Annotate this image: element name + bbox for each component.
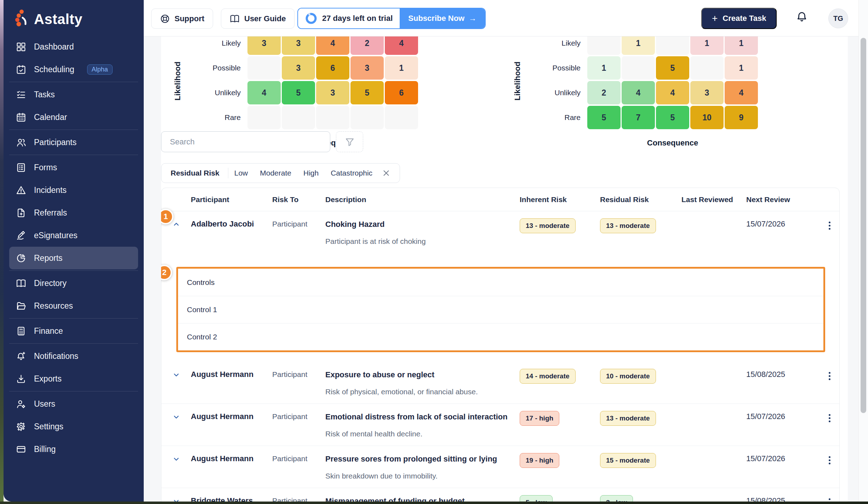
matrix-cell[interactable]: [350, 106, 384, 129]
chevron-down-icon[interactable]: [161, 411, 191, 421]
control-item[interactable]: Control 1: [178, 296, 823, 323]
matrix-cell[interactable]: 1: [385, 56, 418, 80]
exports-icon: [16, 373, 26, 384]
table-row[interactable]: Adalberto JacobiParticipantChoking Hazar…: [161, 211, 839, 253]
matrix-cell[interactable]: 1: [587, 56, 621, 80]
residual-risk-cell: 13 - moderate: [600, 411, 681, 426]
matrix-cell[interactable]: 4: [725, 81, 758, 104]
sidebar-item-incidents[interactable]: Incidents: [9, 179, 138, 201]
filter-option-high[interactable]: High: [297, 169, 325, 177]
sidebar-item-participants[interactable]: Participants: [9, 131, 138, 154]
matrix-cell[interactable]: 4: [316, 36, 349, 55]
table-row[interactable]: August HermannParticipantPressure sores …: [161, 446, 839, 488]
matrix-ylabel: Likelihood: [173, 62, 182, 101]
matrix-cell[interactable]: 5: [656, 56, 689, 80]
matrix-cell[interactable]: [622, 56, 655, 80]
matrix-cell[interactable]: 4: [622, 81, 655, 104]
sidebar-divider: [9, 155, 138, 155]
matrix-cell[interactable]: 3: [316, 81, 349, 104]
matrix-cell[interactable]: 1: [725, 36, 758, 55]
sidebar-item-directory[interactable]: Directory: [9, 272, 138, 294]
matrix-cell[interactable]: 4: [656, 81, 689, 104]
matrix-cell[interactable]: 3: [690, 81, 724, 104]
matrix-cell[interactable]: 1: [622, 36, 655, 55]
filter-button[interactable]: [336, 131, 363, 152]
sidebar-item-tasks[interactable]: Tasks: [9, 83, 138, 106]
control-item[interactable]: Control 2: [178, 323, 823, 350]
kebab-menu-icon[interactable]: [820, 453, 839, 464]
filter-option-catastrophic[interactable]: Catastrophic: [325, 169, 378, 177]
sidebar-item-notifications[interactable]: Notifications: [9, 345, 138, 367]
matrix-cell[interactable]: [587, 36, 621, 55]
kebab-menu-icon[interactable]: [820, 369, 839, 380]
matrix-cell[interactable]: [656, 36, 689, 55]
matrix-cell[interactable]: 2: [587, 81, 621, 104]
matrix-cell[interactable]: 6: [316, 56, 349, 80]
matrix-cell[interactable]: 5: [282, 81, 315, 104]
matrix-row-label: Possible: [517, 56, 586, 80]
matrix-cell[interactable]: 3: [350, 56, 384, 80]
search-input[interactable]: [161, 131, 330, 152]
sidebar-item-exports[interactable]: Exports: [9, 367, 138, 390]
filter-option-low[interactable]: Low: [228, 169, 254, 177]
kebab-menu-icon[interactable]: [820, 218, 839, 230]
matrix-cell[interactable]: 3: [282, 56, 315, 80]
user-avatar[interactable]: TG: [828, 8, 848, 28]
matrix-cell[interactable]: 9: [725, 106, 758, 129]
clear-filter-icon[interactable]: [382, 169, 390, 177]
sidebar-item-users[interactable]: Users: [9, 393, 138, 415]
sidebar-divider: [9, 130, 138, 130]
sidebar-item-scheduling[interactable]: SchedulingAlpha: [9, 58, 138, 81]
user-guide-label: User Guide: [244, 14, 286, 23]
inherent-risk-badge: 14 - moderate: [520, 369, 576, 384]
matrix-cell[interactable]: 1: [725, 56, 758, 80]
desktop-bottom-strip: [0, 502, 868, 504]
matrix-cell[interactable]: [247, 56, 281, 80]
kebab-menu-icon[interactable]: [820, 411, 839, 422]
matrix-cell[interactable]: 4: [247, 81, 281, 104]
sidebar-item-resources[interactable]: Resources: [9, 294, 138, 317]
matrix-cell[interactable]: [282, 106, 315, 129]
chevron-down-icon[interactable]: [161, 453, 191, 463]
col-participant: Participant: [191, 195, 272, 204]
matrix-cell[interactable]: 10: [690, 106, 724, 129]
subscribe-now-button[interactable]: Subscribe Now →: [400, 8, 485, 28]
matrix-cell[interactable]: 6: [385, 81, 418, 104]
matrix-cell[interactable]: 4: [385, 36, 418, 55]
sidebar-item-reports[interactable]: Reports: [9, 247, 138, 269]
matrix-cell[interactable]: 5: [350, 81, 384, 104]
scrollbar-thumb[interactable]: [861, 38, 866, 413]
matrix-cell[interactable]: 2: [350, 36, 384, 55]
matrix-row-label: Unlikely: [177, 81, 246, 104]
table-row[interactable]: August HermannParticipantExposure to abu…: [161, 362, 839, 403]
logo-wordmark: Astalty: [34, 11, 82, 27]
matrix-cell[interactable]: [385, 106, 418, 129]
sidebar-item-dashboard[interactable]: Dashboard: [9, 35, 138, 58]
create-task-button[interactable]: + Create Task: [701, 8, 777, 29]
sidebar-item-forms[interactable]: Forms: [9, 156, 138, 179]
matrix-cell[interactable]: [690, 56, 724, 80]
user-guide-button[interactable]: User Guide: [221, 8, 295, 29]
matrix-cell[interactable]: 5: [587, 106, 621, 129]
matrix-cell[interactable]: 3: [247, 36, 281, 55]
sidebar-item-referrals[interactable]: Referrals: [9, 201, 138, 224]
trial-status: 27 days left on trial: [298, 8, 400, 28]
matrix-cell[interactable]: [316, 106, 349, 129]
sidebar-item-settings[interactable]: Settings: [9, 415, 138, 438]
matrix-cell[interactable]: [247, 106, 281, 129]
matrix-cell[interactable]: 7: [622, 106, 655, 129]
sidebar-item-finance[interactable]: Finance: [9, 320, 138, 342]
support-button[interactable]: Support: [151, 8, 213, 29]
logo[interactable]: Astalty: [4, 0, 144, 35]
matrix-cell[interactable]: 1: [690, 36, 724, 55]
notifications-bell-icon[interactable]: [796, 11, 811, 26]
matrix-cell[interactable]: 5: [656, 106, 689, 129]
sidebar-item-billing[interactable]: Billing: [9, 438, 138, 460]
filter-option-moderate[interactable]: Moderate: [254, 169, 297, 177]
chevron-down-icon[interactable]: [161, 369, 191, 379]
sidebar-item-esignatures[interactable]: eSignatures: [9, 224, 138, 247]
sidebar-item-calendar[interactable]: Calendar: [9, 106, 138, 128]
risk-description: Risk of mental health decline.: [325, 429, 511, 439]
table-row[interactable]: August HermannParticipantEmotional distr…: [161, 403, 839, 446]
matrix-cell[interactable]: 3: [282, 36, 315, 55]
